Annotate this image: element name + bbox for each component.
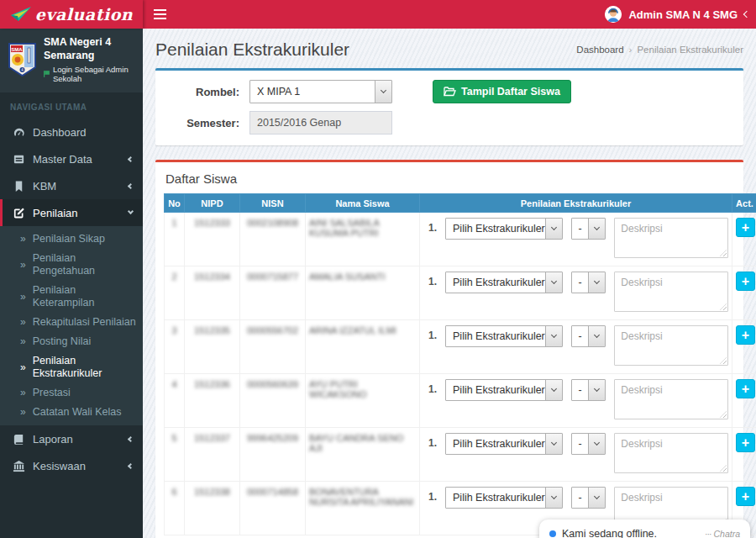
dashboard-icon xyxy=(13,126,25,139)
select-arrow-icon xyxy=(545,488,562,508)
rombel-label: Rombel: xyxy=(165,86,249,98)
sidebar-user-panel: SMA 4 SMA Negeri 4 Semarang Login Sebaga… xyxy=(0,29,143,92)
semester-field: 2015/2016 Genap xyxy=(249,111,392,134)
grade-select[interactable]: - xyxy=(571,433,606,455)
add-assessment-button[interactable]: + xyxy=(736,433,755,452)
add-assessment-button[interactable]: + xyxy=(736,325,755,345)
description-textarea[interactable] xyxy=(615,380,727,419)
grade-select[interactable]: - xyxy=(571,325,606,347)
student-nipd: 1512337 xyxy=(194,433,230,443)
extracurricular-select[interactable]: Pilih Ekstrakurikuler xyxy=(445,325,563,347)
sidebar: SMA 4 SMA Negeri 4 Semarang Login Sebaga… xyxy=(0,29,143,538)
col-header-nipd: NIPD xyxy=(185,194,240,213)
page-title: Penilaian Ekstrakurikuler xyxy=(155,40,349,60)
extracurricular-select[interactable]: Pilih Ekstrakurikuler xyxy=(445,218,563,240)
add-assessment-button[interactable]: + xyxy=(736,487,755,506)
submenu-penilaian-ekstrakurikuler[interactable]: » Penilaian Ekstrakurikuler xyxy=(0,351,143,383)
chat-widget[interactable]: Kami sedang offline. ··· Chatra xyxy=(539,520,750,538)
table-row: 1 1512333 0002108908 AINI SALSABILA KUSU… xyxy=(165,213,756,266)
user-menu[interactable]: Admin SMA N 4 SMG xyxy=(605,0,749,29)
extracurricular-select[interactable]: Pilih Ekstrakurikuler xyxy=(445,433,563,455)
add-assessment-button[interactable]: + xyxy=(736,379,755,398)
chat-status-text: Kami sedang offline. xyxy=(562,528,699,538)
student-name: AINI SALSABILA KUSUMA PUTRI xyxy=(309,218,379,238)
select-arrow-icon xyxy=(588,272,605,293)
submenu-penilaian-sikap[interactable]: » Penilaian Sikap xyxy=(0,229,143,249)
extracurricular-select[interactable]: Pilih Ekstrakurikuler xyxy=(445,379,563,401)
extracurricular-select[interactable]: Pilih Ekstrakurikuler xyxy=(445,272,563,293)
sidebar-toggle-button[interactable] xyxy=(143,0,176,29)
student-nipd: 1512335 xyxy=(194,325,230,335)
sidebar-item-laporan[interactable]: Laporan xyxy=(0,425,143,452)
description-field-wrap xyxy=(614,272,728,312)
select-arrow-icon xyxy=(545,219,562,239)
row-number: 6 xyxy=(171,487,176,497)
flag-icon xyxy=(44,70,50,78)
chevron-left-icon xyxy=(128,183,134,189)
chevron-left-icon xyxy=(128,463,134,469)
sidebar-item-penilaian[interactable]: Penilaian xyxy=(0,199,143,226)
select-arrow-icon xyxy=(588,380,605,400)
student-name: ARINA IZZATUL ILMI xyxy=(309,325,396,335)
bank-icon xyxy=(13,460,25,472)
submenu-penilaian-keterampilan[interactable]: » Penilaian Keterampilan xyxy=(0,281,143,313)
extracurricular-select[interactable]: Pilih Ekstrakurikuler xyxy=(445,487,563,509)
sidebar-item-kesiswaan[interactable]: Kesiswaan xyxy=(0,452,143,479)
grade-select[interactable]: - xyxy=(571,218,606,240)
table-row: 3 1512335 0000556702 ARINA IZZATUL ILMI … xyxy=(165,320,756,374)
table-row: 2 1512334 0000715877 AMALIA SUSANTI 1. P… xyxy=(165,266,756,320)
student-nipd: 1512338 xyxy=(194,487,230,497)
show-students-button[interactable]: Tampil Daftar Siswa xyxy=(433,80,571,103)
students-table: No NIPD NISN Nama Siswa Penilaian Ekstra… xyxy=(164,193,756,535)
student-nipd: 1512333 xyxy=(194,218,230,228)
chat-status-dot-icon xyxy=(549,530,556,537)
add-assessment-button[interactable]: + xyxy=(736,218,755,237)
app-logo[interactable]: evaluation xyxy=(0,0,143,29)
description-field-wrap xyxy=(614,325,728,366)
chevron-left-icon xyxy=(128,156,134,162)
col-header-act: Act. xyxy=(732,194,756,213)
submenu-penilaian-pengetahuan[interactable]: » Penilaian Pengetahuan xyxy=(0,249,143,281)
submenu-rekapitulasi-penilaian[interactable]: » Rekapitulasi Penilaian xyxy=(0,313,143,332)
description-textarea[interactable] xyxy=(615,272,727,311)
bookmark-icon xyxy=(13,180,25,193)
assessment-index: 1. xyxy=(428,218,437,234)
assessment-index: 1. xyxy=(428,272,437,287)
grade-select[interactable]: - xyxy=(571,272,606,293)
submenu-prestasi[interactable]: » Prestasi xyxy=(0,383,143,403)
sidebar-section-header: NAVIGASI UTAMA xyxy=(0,92,143,119)
top-navbar: evaluation Admin SMA N 4 SMG xyxy=(0,0,756,29)
logo-text: evaluation xyxy=(35,5,133,24)
edit-icon xyxy=(13,207,25,219)
student-nisn: 9996425209 xyxy=(247,433,298,443)
student-table-body: 1 1512333 0002108908 AINI SALSABILA KUSU… xyxy=(165,213,756,535)
description-textarea[interactable] xyxy=(615,326,727,365)
sidebar-item-master-data[interactable]: Master Data xyxy=(0,145,143,172)
submenu-posting-nilai[interactable]: » Posting Nilai xyxy=(0,332,143,351)
row-number: 1 xyxy=(171,218,176,228)
chatra-dots-icon: ··· xyxy=(705,529,711,538)
folder-open-icon xyxy=(444,87,456,97)
breadcrumb-dashboard-link[interactable]: Dashboard xyxy=(576,45,623,55)
sidebar-item-kbm[interactable]: KBM xyxy=(0,172,143,199)
rombel-select[interactable]: X MIPA 1 xyxy=(249,80,392,103)
row-number: 3 xyxy=(171,325,176,335)
book-icon xyxy=(13,433,25,446)
student-nisn: 0000715877 xyxy=(247,272,298,282)
col-header-nisn: NISN xyxy=(240,194,306,213)
description-textarea[interactable] xyxy=(615,219,727,257)
student-nisn: 0000556702 xyxy=(247,325,298,335)
submenu-catatan-wali-kelas[interactable]: » Catatan Wali Kelas xyxy=(0,403,143,422)
breadcrumb-separator: › xyxy=(629,45,633,55)
row-number: 5 xyxy=(171,433,176,443)
add-assessment-button[interactable]: + xyxy=(736,272,755,291)
penilaian-submenu: » Penilaian Sikap » Penilaian Pengetahua… xyxy=(0,226,143,425)
school-crest-logo: SMA 4 xyxy=(8,43,36,76)
select-arrow-icon xyxy=(588,219,605,239)
sidebar-item-dashboard[interactable]: Dashboard xyxy=(0,119,143,145)
description-textarea[interactable] xyxy=(615,434,727,472)
student-name: BONAVENTURA NURSITA APRILIYANANI xyxy=(309,487,413,507)
chevron-left-icon xyxy=(128,436,134,442)
grade-select[interactable]: - xyxy=(571,379,606,401)
grade-select[interactable]: - xyxy=(571,487,606,509)
